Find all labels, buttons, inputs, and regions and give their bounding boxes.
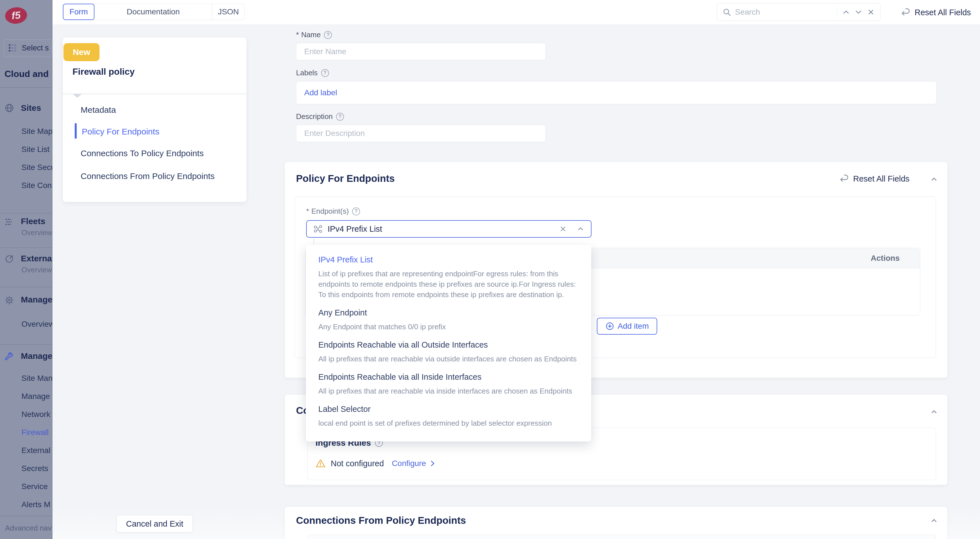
sidebar-item-networking[interactable]: Network [21, 410, 51, 419]
ingress-status-row: Not configured Configure [315, 458, 436, 469]
new-badge: New [64, 43, 100, 61]
reset-all-fields-top[interactable]: Reset All Fields [901, 0, 971, 25]
wizard-divider [63, 94, 247, 94]
advanced-nav-toggle[interactable]: Advanced nav [5, 524, 52, 533]
sidebar-item-manage-sites-overview[interactable]: Overview [21, 320, 52, 329]
select-service-button[interactable]: Select s [4, 40, 52, 56]
wizard-divider-notch [73, 94, 81, 98]
sidebar-item-manage-sites[interactable]: Manage [21, 295, 52, 304]
sidebar-item-external[interactable]: Externa [21, 254, 52, 263]
sidebar-divider [0, 287, 52, 287]
app-root: f5 Select s Cloud and Sites Site Map Sit… [0, 0, 980, 539]
cancel-and-exit-button[interactable]: Cancel and Exit [116, 515, 193, 533]
endpoints-field-label: *Endpoint(s) ? [306, 207, 360, 216]
sidebar-item-service[interactable]: Service [21, 482, 48, 491]
connections-from-fieldset [307, 535, 936, 539]
wizard-nav-card: New Firewall policy Metadata Policy For … [63, 38, 247, 202]
endpoint-type-select[interactable]: IPv4 Prefix List [306, 220, 592, 238]
labels-help-icon[interactable]: ? [321, 69, 329, 77]
reset-all-fields-label: Reset All Fields [915, 8, 971, 17]
step-connections-to[interactable]: Connections To Policy Endpoints [81, 149, 204, 158]
search-next-icon[interactable] [854, 8, 863, 16]
step-connections-from[interactable]: Connections From Policy Endpoints [81, 172, 215, 181]
chevron-right-icon [429, 460, 436, 467]
connections-from-title: Connections From Policy Endpoints [296, 515, 466, 526]
dropdown-option-outside-interfaces[interactable]: Endpoints Reachable via all Outside Inte… [318, 340, 585, 364]
search-divider [837, 7, 837, 17]
sidebar-item-external-overview[interactable]: Overview [21, 266, 52, 274]
clear-selection-icon[interactable] [559, 225, 567, 233]
f5-logo[interactable]: f5 [4, 6, 28, 25]
view-mode-tabs: Form Documentation JSON [63, 4, 245, 20]
chevron-up-icon[interactable] [576, 225, 585, 233]
add-item-button[interactable]: Add item [597, 318, 657, 335]
sidebar-item-manage-sub[interactable]: Manage [21, 392, 50, 401]
plus-circle-icon [605, 322, 614, 331]
reset-icon [840, 174, 849, 183]
description-input[interactable] [296, 125, 546, 142]
labels-field-label: Labels ? [296, 68, 329, 77]
configure-link[interactable]: Configure [392, 459, 436, 468]
sidebar-item-site-map[interactable]: Site Map [21, 127, 52, 136]
dropdown-option-ipv4-prefix-list[interactable]: IPv4 Prefix List List of ip prefixes tha… [318, 255, 585, 300]
required-mark: * [296, 30, 299, 39]
labels-box: Add label [296, 81, 937, 104]
endpoints-help-icon[interactable]: ? [352, 207, 360, 215]
dropdown-option-any-endpoint[interactable]: Any Endpoint Any Endpoint that matches 0… [318, 308, 585, 332]
sidebar-item-site-management[interactable]: Site Man [21, 374, 52, 383]
sidebar-item-firewall[interactable]: Firewall [21, 428, 48, 437]
policy-section-title: Policy For Endpoints [296, 173, 395, 184]
collapse-section-icon[interactable] [930, 408, 938, 416]
sidebar-item-site-connectivity[interactable]: Site Con [21, 181, 52, 190]
reset-all-fields-section[interactable]: Reset All Fields [840, 174, 910, 183]
wrench-icon [5, 352, 14, 361]
name-help-icon[interactable]: ? [324, 31, 332, 39]
sidebar-item-alerts[interactable]: Alerts M [21, 500, 51, 509]
tab-form[interactable]: Form [63, 4, 94, 20]
external-connections-icon [5, 254, 14, 264]
wizard-title: Firewall policy [72, 67, 135, 77]
connections-from-section: Connections From Policy Endpoints [285, 507, 947, 539]
dropdown-connector [313, 238, 314, 246]
fleets-icon [5, 217, 14, 227]
sidebar-item-site-list[interactable]: Site List [21, 145, 49, 154]
active-step-indicator [75, 123, 77, 139]
sidebar-item-sites[interactable]: Sites [21, 103, 41, 113]
sidebar-divider [0, 213, 52, 213]
sidebar-item-external-sub[interactable]: External [21, 446, 51, 455]
sidebar-item-secrets[interactable]: Secrets [21, 464, 48, 473]
product-title: Cloud and [5, 69, 48, 79]
waffle-grid-icon [8, 43, 17, 52]
sidebar-item-manage[interactable]: Manage [21, 351, 52, 361]
add-label-link[interactable]: Add label [304, 88, 337, 97]
tab-documentation[interactable]: Documentation [94, 4, 212, 20]
dropdown-option-inside-interfaces[interactable]: Endpoints Reachable via all Inside Inter… [318, 372, 585, 396]
name-input[interactable] [296, 43, 546, 60]
search-icon [722, 8, 731, 16]
sidebar-divider [0, 516, 52, 516]
search-clear-icon[interactable] [867, 8, 875, 16]
sidebar-item-site-security[interactable]: Site Secu [21, 163, 52, 172]
step-metadata[interactable]: Metadata [81, 105, 116, 115]
sidebar: f5 Select s Cloud and Sites Site Map Sit… [0, 0, 52, 539]
endpoint-shuffle-icon [313, 224, 323, 234]
step-policy-for-endpoints[interactable]: Policy For Endpoints [82, 127, 159, 137]
collapse-section-icon[interactable] [930, 517, 938, 525]
helm-wheel-icon [5, 296, 14, 305]
tab-json[interactable]: JSON [212, 4, 245, 20]
collapse-section-icon[interactable] [930, 175, 938, 183]
search-prev-icon[interactable] [842, 8, 850, 16]
warning-icon [315, 458, 326, 469]
description-help-icon[interactable]: ? [336, 113, 344, 121]
reset-icon [901, 8, 911, 17]
endpoint-type-dropdown: IPv4 Prefix List List of ip prefixes tha… [306, 245, 591, 442]
dropdown-option-label-selector[interactable]: Label Selector local end point is set of… [318, 404, 585, 428]
sidebar-item-fleets-overview[interactable]: Overview [21, 228, 52, 237]
description-field-label: Description ? [296, 112, 344, 121]
sidebar-item-fleets[interactable]: Fleets [21, 216, 45, 226]
search-box [717, 3, 880, 21]
search-input[interactable] [735, 8, 832, 17]
name-field-label: *Name ? [296, 30, 332, 39]
ingress-status-text: Not configured [331, 459, 384, 468]
select-service-label: Select s [22, 44, 49, 52]
